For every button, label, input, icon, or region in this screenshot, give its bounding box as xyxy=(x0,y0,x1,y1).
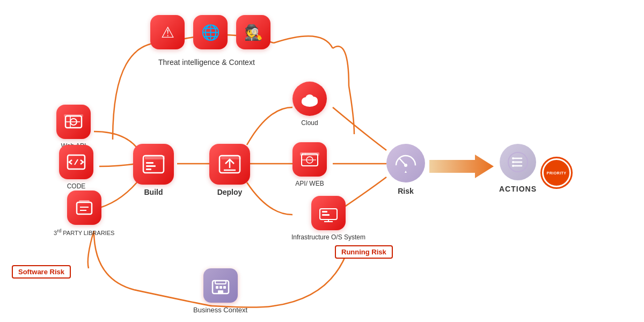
svg-rect-13 xyxy=(79,200,90,202)
web-api-node: Web API xyxy=(56,105,91,150)
deploy-node: Deploy xyxy=(209,144,250,196)
svg-rect-51 xyxy=(223,286,226,289)
code-node: CODE xyxy=(59,145,93,190)
threat-globe-icon: 🌐 xyxy=(193,15,228,49)
diagram: ⚠ 🌐 🕵 Threat intelligence & Context Web … xyxy=(0,0,644,322)
cloud-node: Cloud xyxy=(292,82,327,127)
svg-rect-9 xyxy=(146,162,153,164)
svg-point-29 xyxy=(305,153,306,155)
svg-point-42 xyxy=(512,157,514,159)
svg-line-6 xyxy=(75,159,78,165)
svg-rect-19 xyxy=(221,156,241,159)
svg-rect-12 xyxy=(77,202,92,214)
svg-rect-4 xyxy=(64,114,83,117)
svg-rect-11 xyxy=(146,169,151,170)
svg-rect-31 xyxy=(322,211,327,213)
svg-point-37 xyxy=(404,164,407,167)
svg-point-28 xyxy=(302,153,304,155)
fat-arrow xyxy=(429,155,494,178)
svg-text:▲: ▲ xyxy=(404,170,408,173)
threat-spy-icon: 🕵 xyxy=(236,15,270,49)
threat-warning-icon: ⚠ xyxy=(150,15,185,49)
svg-rect-50 xyxy=(219,286,222,289)
third-party-node: 3rd PARTY LIBRARIES xyxy=(54,191,114,236)
build-node: Build xyxy=(133,144,174,196)
risk-node: ▲ Risk xyxy=(386,144,425,195)
svg-point-23 xyxy=(305,94,314,103)
priority-badge: PRIORITY xyxy=(542,158,571,187)
svg-rect-49 xyxy=(216,286,218,289)
api-web-node: API/ WEB xyxy=(292,142,327,187)
svg-rect-10 xyxy=(146,165,156,167)
svg-point-46 xyxy=(512,165,514,167)
running-risk-badge: Running Risk xyxy=(335,247,393,257)
threat-intelligence-label: Threat intelligence & Context xyxy=(158,55,255,67)
business-context-node: Business Context xyxy=(193,268,247,314)
svg-rect-48 xyxy=(215,281,226,284)
software-risk-badge: Software Risk xyxy=(12,267,71,276)
svg-rect-8 xyxy=(145,156,165,159)
infrastructure-node: Infrastructure O/S System xyxy=(291,196,365,241)
actions-node: ACTIONS xyxy=(499,144,537,193)
svg-rect-32 xyxy=(322,214,330,216)
svg-point-44 xyxy=(512,161,514,163)
svg-marker-39 xyxy=(429,155,494,178)
svg-rect-52 xyxy=(218,290,223,294)
